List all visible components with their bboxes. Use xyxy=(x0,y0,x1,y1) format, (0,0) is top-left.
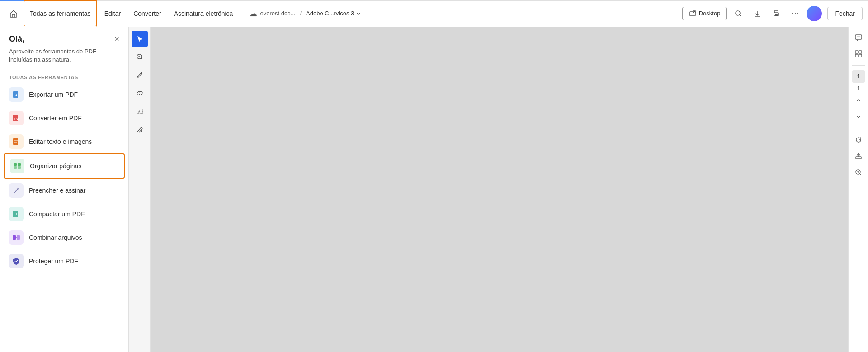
sidebar-item-compactar[interactable]: Compactar um PDF xyxy=(0,202,128,226)
close-button[interactable]: Fechar xyxy=(827,7,863,20)
sidebar-item-label-preencher: Preencher e assinar xyxy=(29,187,85,194)
comments-icon xyxy=(854,33,863,42)
refresh-button[interactable] xyxy=(852,133,865,147)
zoom-in-button[interactable] xyxy=(852,166,865,179)
organizar-icon xyxy=(10,159,24,173)
sidebar-item-preencher[interactable]: Preencher e assinar xyxy=(0,179,128,202)
print-icon xyxy=(772,10,780,18)
svg-point-1 xyxy=(736,11,740,15)
pencil-icon xyxy=(136,71,144,79)
topbar: Todas as ferramentas Editar Converter As… xyxy=(0,0,868,27)
link-tool-button[interactable] xyxy=(132,85,148,101)
canvas-area xyxy=(151,27,848,352)
svg-rect-14 xyxy=(17,235,20,240)
refresh-icon xyxy=(854,136,863,144)
cloud-section[interactable]: ☁ everest dce... / Adobe C...rvices 3 xyxy=(249,9,361,19)
pencil-tool-button[interactable] xyxy=(132,67,148,83)
sidebar-item-proteger[interactable]: Proteger um PDF xyxy=(0,249,128,273)
sidebar-item-label-converter: Converter em PDF xyxy=(29,114,82,122)
svg-point-18 xyxy=(141,130,142,132)
sidebar-header: Olá, × xyxy=(0,27,128,48)
sidebar-item-label-combinar: Combinar arquivos xyxy=(29,234,82,241)
svg-rect-23 xyxy=(859,54,862,57)
grid-icon xyxy=(854,49,863,58)
sidebar-item-label-organizar: Organizar páginas xyxy=(30,162,81,170)
chevron-up-icon xyxy=(855,97,862,104)
text-select-tool-button[interactable]: A xyxy=(132,103,148,119)
home-icon xyxy=(9,9,18,18)
svg-rect-10 xyxy=(14,166,17,169)
sidebar-item-organizar[interactable]: Organizar páginas xyxy=(4,153,125,179)
page-indicator: 1 xyxy=(852,70,865,83)
ellipsis-icon: ··· xyxy=(791,9,799,18)
sidebar-item-label-exportar: Exportar um PDF xyxy=(29,91,78,98)
external-link-icon xyxy=(689,10,696,17)
breadcrumb-title[interactable]: Adobe C...rvices 3 xyxy=(306,10,361,17)
vertical-toolbar: A xyxy=(129,27,151,352)
zoom-tool-button[interactable] xyxy=(132,49,148,65)
compactar-icon xyxy=(9,207,24,221)
svg-rect-13 xyxy=(13,235,16,240)
tab-converter[interactable]: Converter xyxy=(128,0,166,27)
editar-icon xyxy=(9,134,24,149)
combinar-icon xyxy=(9,230,24,245)
converter-icon: PDF xyxy=(9,111,24,125)
download-button[interactable] xyxy=(750,6,765,21)
sidebar-subtitle: Aproveite as ferramentas de PDF incluída… xyxy=(0,48,128,71)
breadcrumb-title-text: Adobe C...rvices 3 xyxy=(306,10,354,17)
total-pages: 1 xyxy=(857,86,859,91)
svg-text:PDF: PDF xyxy=(14,117,21,120)
sidebar-item-exportar[interactable]: Exportar um PDF xyxy=(0,83,128,106)
redact-tool-button[interactable] xyxy=(132,121,148,138)
svg-rect-11 xyxy=(18,166,21,169)
page-down-button[interactable] xyxy=(852,110,865,124)
chevron-down-icon-right xyxy=(855,113,862,120)
sidebar-item-label-editar: Editar texto e imagens xyxy=(29,138,92,145)
svg-rect-21 xyxy=(859,51,862,53)
topbar-right: Desktop ··· Fechar xyxy=(682,6,863,21)
link-icon xyxy=(136,89,144,97)
comments-button[interactable] xyxy=(852,31,865,44)
sidebar-greeting: Olá, xyxy=(9,34,24,44)
zoom-icon xyxy=(136,53,144,61)
zoom-in-icon xyxy=(854,168,863,176)
export-small-icon xyxy=(854,152,863,160)
sidebar-section-label: TODAS AS FERRAMENTAS xyxy=(0,71,128,83)
right-panel-divider-2 xyxy=(852,128,865,128)
sidebar: Olá, × Aproveite as ferramentas de PDF i… xyxy=(0,27,129,352)
cursor-icon xyxy=(136,35,144,43)
sidebar-item-label-compactar: Compactar um PDF xyxy=(29,210,85,218)
svg-rect-19 xyxy=(855,35,862,39)
proteger-icon xyxy=(9,254,24,268)
svg-text:A: A xyxy=(138,110,141,114)
cloud-filename: everest dce... xyxy=(260,10,295,17)
avatar[interactable] xyxy=(807,6,822,21)
sidebar-item-editar[interactable]: Editar texto e imagens xyxy=(0,130,128,153)
tab-editar[interactable]: Editar xyxy=(99,0,127,27)
cursor-tool-button[interactable] xyxy=(132,31,148,47)
svg-rect-3 xyxy=(775,14,778,16)
svg-rect-4 xyxy=(13,91,18,98)
home-button[interactable] xyxy=(5,5,22,22)
sidebar-item-combinar[interactable]: Combinar arquivos xyxy=(0,226,128,249)
svg-rect-8 xyxy=(14,163,17,166)
tab-assinatura[interactable]: Assinatura eletrônica xyxy=(169,0,239,27)
grid-view-button[interactable] xyxy=(852,47,865,61)
preencher-icon xyxy=(9,183,24,198)
svg-rect-20 xyxy=(855,51,858,53)
print-button[interactable] xyxy=(769,6,784,21)
main-layout: Olá, × Aproveite as ferramentas de PDF i… xyxy=(0,27,868,352)
svg-rect-9 xyxy=(18,163,21,166)
desktop-button[interactable]: Desktop xyxy=(682,7,727,20)
more-options-button[interactable]: ··· xyxy=(788,6,803,21)
search-icon xyxy=(734,10,742,18)
sidebar-close-button[interactable]: × xyxy=(114,34,119,44)
sidebar-item-converter[interactable]: PDF Converter em PDF xyxy=(0,106,128,130)
svg-rect-7 xyxy=(13,138,18,145)
chevron-down-icon xyxy=(356,11,361,16)
desktop-label: Desktop xyxy=(699,10,721,17)
search-button[interactable] xyxy=(731,6,746,21)
export-small-button[interactable] xyxy=(852,149,865,163)
page-up-button[interactable] xyxy=(852,94,865,107)
tab-todas-ferramentas[interactable]: Todas as ferramentas xyxy=(24,0,97,27)
